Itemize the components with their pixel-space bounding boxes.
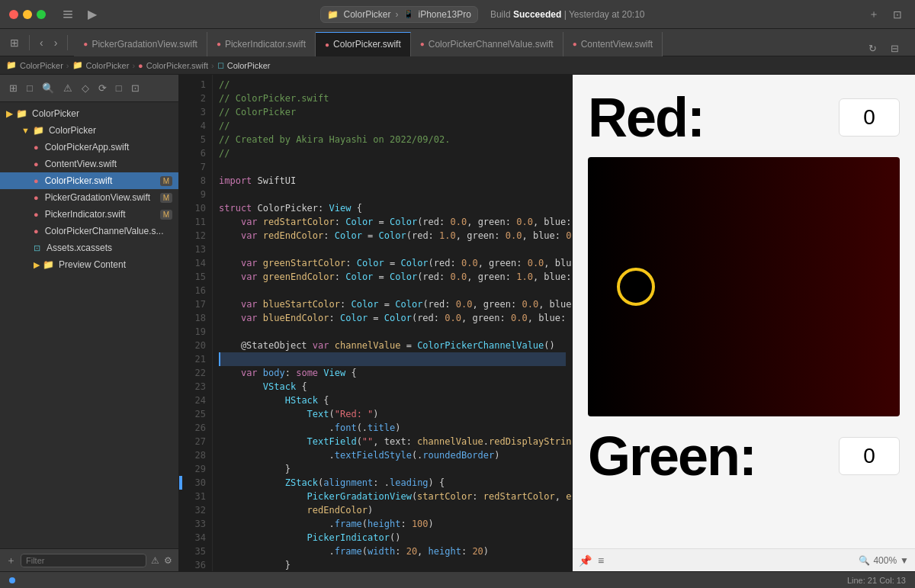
toolbar-divider-2 bbox=[67, 35, 68, 50]
sidebar-toolbar-btn-2[interactable]: □ bbox=[24, 81, 36, 95]
build-status: Build Succeeded | Yesterday at 20:10 bbox=[490, 9, 645, 20]
split-view-icon[interactable]: ⊟ bbox=[887, 40, 903, 56]
tab-color-picker[interactable]: ● ColorPicker.swift bbox=[316, 32, 411, 56]
warning-icon[interactable]: ⚠ bbox=[151, 555, 159, 566]
sidebar-item-indicator[interactable]: ● PickerIndicator.swift M bbox=[0, 206, 178, 223]
layout-icon[interactable]: ⊞ bbox=[6, 34, 23, 51]
add-button[interactable]: ＋ bbox=[865, 5, 883, 24]
red-value-box[interactable]: 0 bbox=[839, 98, 900, 137]
main-toolbar: ⊞ ‹ › ● PickerGradationView.swift ● Pick… bbox=[0, 29, 915, 56]
svg-rect-1 bbox=[63, 14, 72, 15]
settings-icon[interactable]: ⚙ bbox=[164, 555, 172, 566]
fullscreen-button[interactable] bbox=[37, 10, 46, 19]
run-button[interactable]: ▶ bbox=[84, 5, 101, 24]
build-timestamp: Yesterday at 20:10 bbox=[569, 9, 645, 20]
code-content[interactable]: //// ColorPicker.swift// ColorPicker////… bbox=[213, 75, 572, 571]
status-right: Line: 21 Col: 13 bbox=[847, 576, 906, 585]
swift-file-icon: ● bbox=[325, 40, 329, 49]
swift-file-icon: ● bbox=[420, 40, 425, 48]
picker-indicator[interactable] bbox=[617, 268, 655, 306]
sidebar-toolbar-btn-3[interactable]: 🔍 bbox=[39, 81, 57, 95]
sidebar-toolbar-btn-6[interactable]: ⟳ bbox=[95, 81, 110, 95]
list-icon[interactable]: ≡ bbox=[598, 554, 604, 567]
preview-bottom: 📌 ≡ 🔍 400% ▼ bbox=[573, 548, 915, 571]
pin-icon[interactable]: 📌 bbox=[579, 554, 592, 567]
filter-input[interactable] bbox=[21, 554, 146, 567]
nav-forward-button[interactable]: › bbox=[50, 34, 62, 51]
gutter-indicator-30 bbox=[179, 476, 182, 490]
breadcrumb-sep-2: › bbox=[132, 61, 135, 70]
traffic-lights bbox=[9, 10, 46, 19]
sidebar-item-root[interactable]: ▶ 📁 ColorPicker bbox=[0, 105, 178, 122]
sidebar-toolbar-btn-5[interactable]: ◇ bbox=[79, 81, 92, 95]
line-numbers: 1234567891011121314151617181920212223242… bbox=[182, 75, 213, 571]
modified-badge: M bbox=[160, 176, 172, 186]
green-value-box[interactable]: 0 bbox=[839, 437, 900, 475]
svg-rect-0 bbox=[63, 11, 72, 12]
nav-back-button[interactable]: ‹ bbox=[36, 34, 47, 51]
sidebar-toggle-button[interactable] bbox=[58, 6, 78, 23]
minimize-button[interactable] bbox=[23, 10, 32, 19]
sidebar-item-channelvalue[interactable]: ● ColorPickerChannelValue.s... bbox=[0, 223, 178, 239]
preview-content: Red: 0 Green: 0 bbox=[573, 75, 915, 548]
sidebar-item-contentview[interactable]: ● ContentView.swift bbox=[0, 156, 178, 172]
sidebar-item-preview[interactable]: ▶ 📁 Preview Content bbox=[0, 256, 178, 273]
build-label: Build bbox=[490, 9, 511, 20]
file-tree: ▶ 📁 ColorPicker ▼ 📁 ColorPicker ● ColorP… bbox=[0, 102, 178, 548]
svg-rect-2 bbox=[63, 17, 72, 18]
device-icon: 📱 bbox=[403, 9, 414, 19]
red-label-row: Red: 0 bbox=[588, 90, 900, 145]
zoom-chevron[interactable]: ▼ bbox=[900, 555, 909, 566]
scheme-label: ColorPicker bbox=[343, 9, 390, 20]
sidebar-toolbar-btn-8[interactable]: ⊡ bbox=[128, 81, 143, 95]
swift-file-icon: ● bbox=[573, 40, 577, 48]
gradient-preview[interactable] bbox=[588, 157, 900, 416]
swift-file-icon: ● bbox=[83, 40, 88, 48]
sidebar-item-colorpicker[interactable]: ● ColorPicker.swift M bbox=[0, 172, 178, 189]
sidebar-item-assets[interactable]: ⊡ Assets.xcassets bbox=[0, 239, 178, 256]
sidebar-toolbar: ⊞ □ 🔍 ⚠ ◇ ⟳ □ ⊡ bbox=[0, 75, 178, 102]
zoom-minus-icon[interactable]: 🔍 bbox=[859, 555, 870, 566]
zoom-level: 400% bbox=[873, 555, 897, 566]
preview-panel: Red: 0 Green: 0 📌 ≡ 🔍 bbox=[572, 75, 915, 571]
build-result: Succeeded bbox=[513, 9, 561, 20]
scheme-selector[interactable]: 📁 ColorPicker › 📱 iPhone13Pro bbox=[320, 6, 477, 23]
sidebar-item-colorpicker-folder[interactable]: ▼ 📁 ColorPicker bbox=[0, 122, 178, 139]
sidebar-item-app[interactable]: ● ColorPickerApp.swift bbox=[0, 139, 178, 156]
zoom-control: 🔍 400% ▼ bbox=[859, 555, 909, 566]
refresh-icon[interactable]: ↻ bbox=[865, 40, 881, 56]
breadcrumb-sep-1: › bbox=[66, 61, 69, 70]
layout-toggle-button[interactable]: ⊡ bbox=[889, 6, 906, 23]
breadcrumb: 📁 ColorPicker › 📁 ColorPicker › ● ColorP… bbox=[0, 56, 915, 75]
sidebar-toolbar-btn-4[interactable]: ⚠ bbox=[60, 81, 75, 95]
tab-channel-value[interactable]: ● ColorPickerChannelValue.swift bbox=[411, 32, 563, 56]
close-button[interactable] bbox=[9, 10, 18, 19]
breadcrumb-item-4[interactable]: ◻ ColorPicker bbox=[217, 60, 271, 70]
status-indicator bbox=[9, 577, 15, 583]
green-value: 0 bbox=[863, 444, 875, 468]
scheme-icon: 📁 bbox=[327, 9, 339, 20]
sidebar-item-gradation[interactable]: ● PickerGradationView.swift M bbox=[0, 189, 178, 206]
breadcrumb-item-2[interactable]: 📁 ColorPicker bbox=[72, 60, 130, 70]
modified-badge-2: M bbox=[160, 193, 172, 203]
red-value: 0 bbox=[863, 105, 875, 130]
tab-picker-gradation[interactable]: ● PickerGradationView.swift bbox=[74, 32, 207, 56]
add-file-icon[interactable]: ＋ bbox=[6, 554, 16, 567]
status-bar: Line: 21 Col: 13 bbox=[0, 571, 915, 588]
sidebar-toolbar-btn-1[interactable]: ⊞ bbox=[6, 81, 21, 95]
breadcrumb-sep-3: › bbox=[211, 61, 214, 70]
sidebar-toolbar-btn-7[interactable]: □ bbox=[113, 81, 125, 95]
red-label: Red: bbox=[588, 90, 704, 145]
green-label: Green: bbox=[588, 429, 756, 484]
breadcrumb-item-1[interactable]: 📁 ColorPicker bbox=[6, 60, 63, 70]
sidebar: ⊞ □ 🔍 ⚠ ◇ ⟳ □ ⊡ ▶ 📁 ColorPicker ▼ 📁 Colo… bbox=[0, 75, 179, 571]
tab-picker-indicator[interactable]: ● PickerIndicator.swift bbox=[207, 32, 316, 56]
code-editor[interactable]: 1234567891011121314151617181920212223242… bbox=[179, 75, 572, 571]
titlebar-right: ＋ ⊡ bbox=[865, 5, 906, 24]
toolbar-divider-1 bbox=[29, 35, 30, 50]
breadcrumb-item-3[interactable]: ● ColorPicker.swift bbox=[138, 61, 208, 70]
modified-badge-3: M bbox=[160, 210, 172, 220]
tab-content-view[interactable]: ● ContentView.swift bbox=[563, 32, 663, 56]
gutter bbox=[179, 75, 182, 571]
green-label-row: Green: 0 bbox=[588, 429, 900, 484]
